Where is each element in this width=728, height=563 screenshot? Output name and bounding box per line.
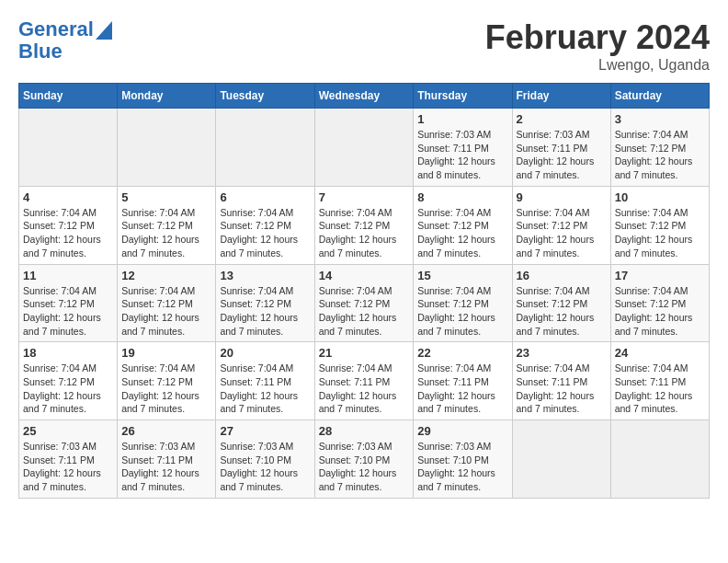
day-info: Sunrise: 7:04 AM Sunset: 7:12 PM Dayligh…	[319, 284, 410, 339]
logo-text-blue: Blue	[18, 40, 63, 63]
calendar-header-row: SundayMondayTuesdayWednesdayThursdayFrid…	[19, 84, 710, 109]
day-number: 15	[417, 269, 507, 282]
day-number: 14	[319, 269, 410, 282]
day-cell: 17Sunrise: 7:04 AM Sunset: 7:12 PM Dayli…	[610, 264, 709, 342]
day-cell: 1Sunrise: 7:03 AM Sunset: 7:11 PM Daylig…	[414, 109, 512, 187]
day-cell: 25Sunrise: 7:03 AM Sunset: 7:11 PM Dayli…	[19, 420, 118, 499]
day-cell	[19, 109, 118, 187]
day-cell: 9Sunrise: 7:04 AM Sunset: 7:12 PM Daylig…	[512, 186, 610, 264]
day-info: Sunrise: 7:03 AM Sunset: 7:10 PM Dayligh…	[319, 440, 410, 494]
day-number: 25	[23, 424, 113, 438]
day-cell: 3Sunrise: 7:04 AM Sunset: 7:12 PM Daylig…	[610, 109, 709, 187]
week-row-2: 4Sunrise: 7:04 AM Sunset: 7:12 PM Daylig…	[19, 186, 710, 264]
calendar-table: SundayMondayTuesdayWednesdayThursdayFrid…	[18, 83, 710, 499]
day-info: Sunrise: 7:04 AM Sunset: 7:12 PM Dayligh…	[23, 284, 113, 339]
header-thursday: Thursday	[414, 84, 512, 109]
day-info: Sunrise: 7:03 AM Sunset: 7:11 PM Dayligh…	[417, 128, 507, 182]
day-cell: 24Sunrise: 7:04 AM Sunset: 7:11 PM Dayli…	[610, 342, 709, 420]
day-number: 13	[220, 269, 310, 282]
day-cell: 20Sunrise: 7:04 AM Sunset: 7:11 PM Dayli…	[216, 342, 314, 420]
day-cell: 19Sunrise: 7:04 AM Sunset: 7:12 PM Dayli…	[118, 342, 216, 420]
day-number: 24	[615, 346, 705, 360]
day-number: 1	[417, 112, 507, 126]
day-number: 3	[615, 112, 705, 126]
location: Lwengo, Uganda	[485, 57, 710, 74]
week-row-4: 18Sunrise: 7:04 AM Sunset: 7:12 PM Dayli…	[19, 342, 710, 420]
day-info: Sunrise: 7:04 AM Sunset: 7:11 PM Dayligh…	[417, 362, 507, 416]
week-row-3: 11Sunrise: 7:04 AM Sunset: 7:12 PM Dayli…	[19, 264, 710, 342]
day-info: Sunrise: 7:04 AM Sunset: 7:12 PM Dayligh…	[121, 206, 211, 260]
day-cell: 28Sunrise: 7:03 AM Sunset: 7:10 PM Dayli…	[314, 420, 414, 499]
day-number: 4	[23, 190, 113, 204]
day-cell: 14Sunrise: 7:04 AM Sunset: 7:12 PM Dayli…	[314, 264, 414, 342]
day-cell: 4Sunrise: 7:04 AM Sunset: 7:12 PM Daylig…	[19, 186, 118, 264]
day-number: 18	[23, 346, 113, 360]
day-cell: 8Sunrise: 7:04 AM Sunset: 7:12 PM Daylig…	[414, 186, 512, 264]
header-tuesday: Tuesday	[216, 84, 314, 109]
day-cell	[118, 109, 216, 187]
day-number: 19	[121, 346, 211, 360]
day-number: 26	[121, 424, 211, 438]
day-number: 2	[517, 112, 607, 126]
day-cell: 18Sunrise: 7:04 AM Sunset: 7:12 PM Dayli…	[19, 342, 118, 420]
title-block: February 2024 Lwengo, Uganda	[485, 18, 710, 74]
day-info: Sunrise: 7:04 AM Sunset: 7:12 PM Dayligh…	[615, 284, 705, 339]
day-info: Sunrise: 7:04 AM Sunset: 7:12 PM Dayligh…	[220, 284, 310, 339]
day-number: 16	[517, 269, 607, 282]
day-cell: 5Sunrise: 7:04 AM Sunset: 7:12 PM Daylig…	[118, 186, 216, 264]
day-info: Sunrise: 7:04 AM Sunset: 7:11 PM Dayligh…	[517, 362, 607, 416]
day-cell: 11Sunrise: 7:04 AM Sunset: 7:12 PM Dayli…	[19, 264, 118, 342]
day-info: Sunrise: 7:04 AM Sunset: 7:12 PM Dayligh…	[23, 362, 113, 416]
logo-icon	[96, 21, 112, 40]
day-info: Sunrise: 7:04 AM Sunset: 7:12 PM Dayligh…	[517, 284, 607, 339]
day-number: 6	[220, 190, 310, 204]
header-wednesday: Wednesday	[314, 84, 414, 109]
day-number: 8	[417, 190, 507, 204]
day-info: Sunrise: 7:04 AM Sunset: 7:12 PM Dayligh…	[417, 284, 507, 339]
header-friday: Friday	[512, 84, 610, 109]
day-number: 27	[220, 424, 310, 438]
day-number: 22	[417, 346, 507, 360]
day-number: 9	[517, 190, 607, 204]
day-cell: 13Sunrise: 7:04 AM Sunset: 7:12 PM Dayli…	[216, 264, 314, 342]
day-cell: 7Sunrise: 7:04 AM Sunset: 7:12 PM Daylig…	[314, 186, 414, 264]
day-info: Sunrise: 7:04 AM Sunset: 7:12 PM Dayligh…	[121, 362, 211, 416]
day-info: Sunrise: 7:03 AM Sunset: 7:11 PM Dayligh…	[517, 128, 607, 182]
day-number: 5	[121, 190, 211, 204]
day-number: 12	[121, 269, 211, 282]
day-cell: 26Sunrise: 7:03 AM Sunset: 7:11 PM Dayli…	[118, 420, 216, 499]
day-info: Sunrise: 7:03 AM Sunset: 7:11 PM Dayligh…	[121, 440, 211, 494]
day-number: 20	[220, 346, 310, 360]
day-cell: 10Sunrise: 7:04 AM Sunset: 7:12 PM Dayli…	[610, 186, 709, 264]
day-cell	[512, 420, 610, 499]
day-number: 11	[23, 269, 113, 282]
logo-text-general: General	[18, 18, 94, 40]
header-saturday: Saturday	[610, 84, 709, 109]
day-cell	[216, 109, 314, 187]
day-cell	[610, 420, 709, 499]
day-info: Sunrise: 7:04 AM Sunset: 7:12 PM Dayligh…	[220, 206, 310, 260]
day-cell: 27Sunrise: 7:03 AM Sunset: 7:10 PM Dayli…	[216, 420, 314, 499]
day-cell: 12Sunrise: 7:04 AM Sunset: 7:12 PM Dayli…	[118, 264, 216, 342]
day-cell: 29Sunrise: 7:03 AM Sunset: 7:10 PM Dayli…	[414, 420, 512, 499]
day-info: Sunrise: 7:04 AM Sunset: 7:12 PM Dayligh…	[121, 284, 211, 339]
day-info: Sunrise: 7:04 AM Sunset: 7:12 PM Dayligh…	[23, 206, 113, 260]
day-info: Sunrise: 7:04 AM Sunset: 7:12 PM Dayligh…	[615, 206, 705, 260]
month-title: February 2024	[485, 18, 710, 57]
svg-marker-0	[96, 21, 112, 40]
day-info: Sunrise: 7:03 AM Sunset: 7:11 PM Dayligh…	[23, 440, 113, 494]
day-cell: 15Sunrise: 7:04 AM Sunset: 7:12 PM Dayli…	[414, 264, 512, 342]
day-number: 23	[517, 346, 607, 360]
day-cell: 6Sunrise: 7:04 AM Sunset: 7:12 PM Daylig…	[216, 186, 314, 264]
day-info: Sunrise: 7:03 AM Sunset: 7:10 PM Dayligh…	[417, 440, 507, 494]
page-header: General Blue February 2024 Lwengo, Ugand…	[18, 18, 710, 74]
day-number: 7	[319, 190, 410, 204]
day-cell: 2Sunrise: 7:03 AM Sunset: 7:11 PM Daylig…	[512, 109, 610, 187]
day-cell: 23Sunrise: 7:04 AM Sunset: 7:11 PM Dayli…	[512, 342, 610, 420]
day-number: 17	[615, 269, 705, 282]
day-number: 28	[319, 424, 410, 438]
day-cell: 21Sunrise: 7:04 AM Sunset: 7:11 PM Dayli…	[314, 342, 414, 420]
header-monday: Monday	[118, 84, 216, 109]
day-info: Sunrise: 7:03 AM Sunset: 7:10 PM Dayligh…	[220, 440, 310, 494]
header-sunday: Sunday	[19, 84, 118, 109]
